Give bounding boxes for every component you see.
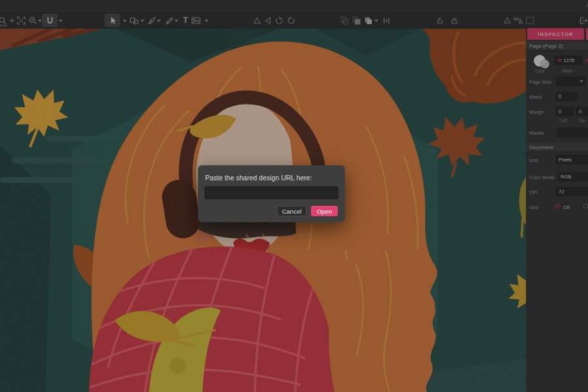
cancel-button[interactable]: Cancel <box>277 206 306 216</box>
dialog-title: Paste the shared design URL here: <box>205 174 338 182</box>
open-shared-url-dialog: Paste the shared design URL here: Cancel… <box>198 165 345 222</box>
shared-url-input[interactable] <box>204 186 338 199</box>
open-button[interactable]: Open <box>311 206 338 216</box>
